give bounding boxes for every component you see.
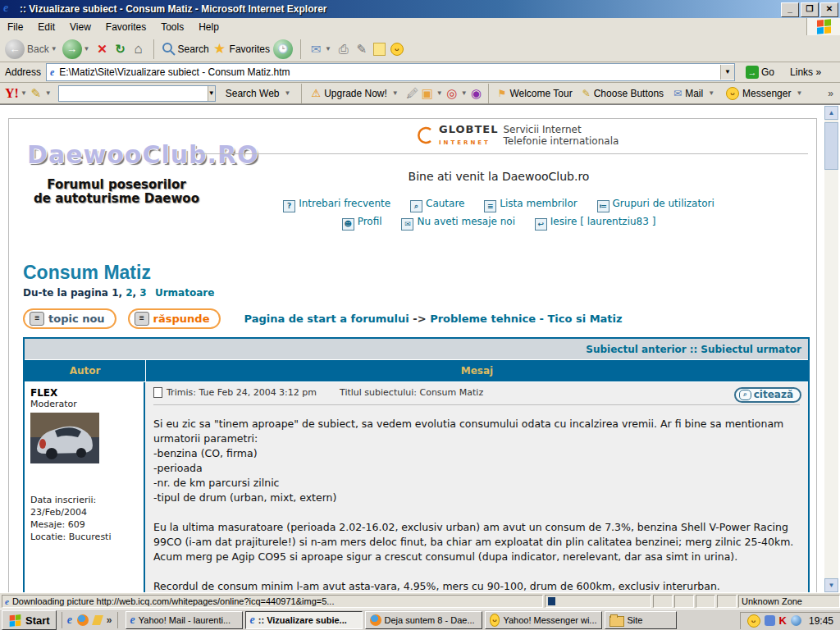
previous-subject-link[interactable]: Subiectul anterior	[586, 344, 686, 355]
popup-blocker-icon[interactable]: ▣	[420, 86, 435, 101]
forward-button[interactable]: → ▼	[62, 39, 92, 59]
notepad-icon: ≡	[135, 312, 149, 326]
mail-dropdown[interactable]: ▼	[325, 45, 331, 52]
tray-messenger-icon[interactable]: ᴗ	[747, 614, 760, 628]
nav-search-link[interactable]: ⌕Cautare	[410, 198, 464, 209]
author-column-header: Autor	[25, 360, 146, 381]
toolbar-overflow-chevron[interactable]: »	[828, 88, 833, 99]
address-input[interactable]	[57, 65, 720, 80]
tray-antivirus-icon[interactable]: K	[779, 614, 787, 627]
search-web-button[interactable]: Search Web ▼	[221, 88, 298, 99]
globtel-banner[interactable]: GLOBTEL INTERNET Servicii Internet Telef…	[413, 124, 619, 147]
print-button[interactable]: ⎙	[336, 42, 351, 57]
back-dropdown[interactable]: ▼	[51, 45, 57, 52]
tray-globe-icon[interactable]	[791, 615, 801, 626]
site-logo[interactable]: DaewooClub.RO	[27, 140, 259, 169]
menu-tools[interactable]: Tools	[153, 19, 191, 35]
next-subject-link[interactable]: Subiectul urmator	[701, 344, 801, 355]
forward-dropdown[interactable]: ▼	[84, 45, 90, 52]
yahoo-logo[interactable]: Y!	[5, 86, 19, 101]
quick-launch-lightning-icon[interactable]	[92, 615, 103, 625]
bullseye-icon[interactable]: ◎	[445, 86, 459, 101]
smiley-icon: ᴗ	[490, 614, 500, 627]
yahoo-search-dropdown[interactable]: ▼	[208, 86, 215, 101]
start-button[interactable]: Start	[2, 610, 57, 630]
yahoo-mail-button[interactable]: ✉ Mail ▼	[669, 88, 721, 99]
quote-button[interactable]: ⌕ citează	[734, 387, 801, 403]
close-button[interactable]: ✕	[820, 2, 838, 17]
nav-memberlist-link[interactable]: ≡Lista membrilor	[484, 198, 577, 209]
search-button[interactable]: Search	[162, 42, 209, 56]
pen-icon[interactable]: ✎	[29, 86, 43, 101]
post-subject: Titlul subiectului: Consum Matiz	[340, 387, 483, 398]
new-topic-button[interactable]: ≡ topic nou	[23, 308, 116, 329]
yahoo-logo-dropdown[interactable]: ▼	[21, 89, 27, 97]
refresh-button[interactable]: ↻	[113, 42, 128, 57]
menu-favorites[interactable]: Favorites	[98, 19, 153, 35]
minimize-button[interactable]: _	[781, 2, 799, 17]
reply-button[interactable]: ≡ răspunde	[128, 308, 221, 329]
yahoo-messenger-button[interactable]: ᴗ Messenger ▼	[721, 87, 809, 100]
nav-messages-link[interactable]: ✉Nu aveti mesaje noi	[401, 216, 515, 227]
scrollbar-thumb[interactable]	[824, 122, 838, 170]
messenger-button[interactable]: ᴗ	[390, 43, 404, 56]
menu-help[interactable]: Help	[191, 19, 226, 35]
upgrade-button[interactable]: ⚠ Upgrade Now! ▼	[306, 87, 404, 99]
yahoo-search-input[interactable]	[59, 87, 208, 100]
menu-edit[interactable]: Edit	[30, 19, 62, 35]
nav-usergroups-link[interactable]: ≔Grupuri de utilizatori	[597, 198, 714, 209]
address-input-box[interactable]: e ▼	[46, 63, 735, 81]
tray-network-icon[interactable]	[765, 615, 775, 626]
window-titlebar[interactable]: e :: Vizualizare subiect - Consum Matiz …	[0, 0, 840, 18]
links-button[interactable]: Links »	[790, 66, 821, 78]
nav-logout-link[interactable]: ↩Iesire [ laurentziu83 ]	[535, 216, 656, 227]
task-deja-suntem[interactable]: Deja suntem 8 - Dae...	[365, 611, 482, 629]
taskbar: Start e » e Yahoo! Mail - laurenti... e …	[0, 609, 840, 630]
nav-profile-link[interactable]: ☻Profil	[342, 216, 382, 227]
restore-button[interactable]: ❐	[801, 2, 819, 17]
next-page-link[interactable]: Urmatoare	[155, 287, 214, 299]
page-content: DaewooClub.RO Forumul posesorilor de aut…	[8, 118, 817, 593]
quick-launch-firefox-icon[interactable]	[77, 614, 89, 626]
author-name[interactable]: FLEX	[30, 387, 139, 399]
page-2-link[interactable]: 2	[126, 287, 132, 299]
notes-button[interactable]	[372, 42, 387, 57]
back-button[interactable]: ← Back ▼	[5, 39, 59, 59]
security-zone-pane: Unknown Zone	[738, 595, 840, 608]
task-yahoo-mail[interactable]: e Yahoo! Mail - laurenti...	[126, 611, 243, 629]
quick-launch-ie-icon[interactable]: e	[67, 614, 72, 626]
history-button[interactable]: 🕒	[273, 39, 293, 59]
edit-button[interactable]: ✎	[354, 42, 369, 57]
task-site-folder[interactable]: Site	[605, 611, 677, 629]
yahoo-search-box[interactable]: ▼	[58, 85, 216, 102]
highlighter-icon[interactable]: 🖉	[405, 86, 420, 101]
address-dropdown[interactable]: ▼	[720, 65, 734, 80]
breadcrumb-forum-link[interactable]: Probleme tehnice - Tico si Matiz	[430, 313, 622, 325]
pen-dropdown[interactable]: ▼	[45, 89, 52, 97]
task-yahoo-messenger[interactable]: ᴗ Yahoo! Messenger wi...	[485, 611, 602, 629]
table-header-row: Autor Mesaj	[25, 360, 808, 382]
scroll-up-button[interactable]: ▲	[824, 106, 838, 120]
vertical-scrollbar[interactable]: ▲ ▼	[824, 106, 838, 592]
quick-launch-chevron[interactable]: »	[107, 614, 112, 626]
menu-file[interactable]: File	[0, 19, 30, 35]
post-row: FLEX Moderator Data inscrierii: 23/Feb/2…	[25, 382, 808, 593]
go-button[interactable]: → Go	[742, 65, 778, 80]
clock[interactable]: 19:45	[809, 615, 833, 627]
menu-view[interactable]: View	[62, 19, 98, 35]
welcome-tour-button[interactable]: ⚑ Welcome Tour	[493, 88, 578, 99]
choose-buttons-button[interactable]: ✎ Choose Buttons	[578, 88, 669, 99]
favorites-button[interactable]: ★ Favorites	[212, 42, 270, 57]
task-vizualizare-subiect[interactable]: e :: Vizualizare subie...	[245, 611, 363, 629]
stop-button[interactable]: ✕	[95, 42, 110, 57]
breadcrumb-home-link[interactable]: Pagina de start a forumului	[244, 313, 409, 325]
author-cell: FLEX Moderator Data inscrierii: 23/Feb/2…	[25, 382, 145, 593]
mail-button[interactable]: ✉ ▼	[308, 42, 333, 57]
home-button[interactable]: ⌂	[131, 42, 146, 57]
ie-icon: e	[130, 614, 135, 626]
folder-icon	[609, 616, 624, 627]
page-3-link[interactable]: 3	[139, 287, 146, 299]
audio-icon[interactable]: ◉	[469, 86, 484, 101]
scroll-down-button[interactable]: ▼	[824, 578, 838, 592]
nav-faq-link[interactable]: ?Intrebari frecvente	[283, 198, 390, 209]
